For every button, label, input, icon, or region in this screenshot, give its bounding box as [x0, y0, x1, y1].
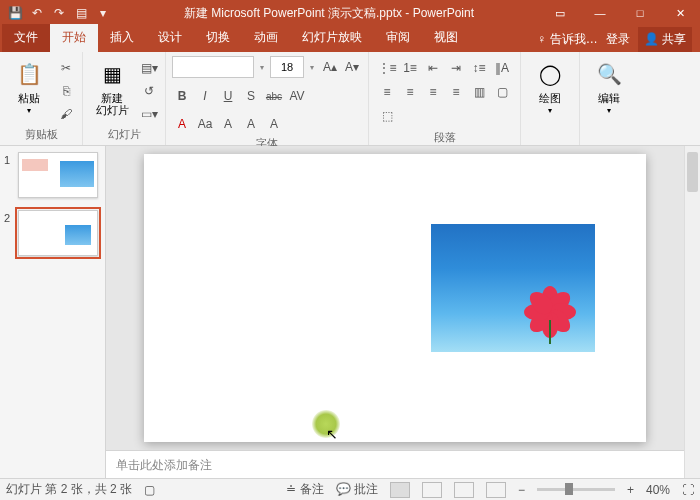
tab-file[interactable]: 文件	[2, 24, 50, 52]
strike-button[interactable]: abc	[264, 86, 284, 106]
save-icon[interactable]: 💾	[6, 4, 24, 22]
thumbnail-1[interactable]: 1	[4, 152, 101, 198]
font-size-grow-icon[interactable]: A	[241, 114, 261, 134]
align-text-icon[interactable]: ▢	[492, 82, 512, 102]
normal-view-icon[interactable]	[390, 482, 410, 498]
fit-to-window-icon[interactable]: ⛶	[682, 483, 694, 497]
notes-pane[interactable]: 单击此处添加备注	[106, 450, 684, 478]
justify-icon[interactable]: ≡	[446, 82, 466, 102]
char-spacing-button[interactable]: AV	[287, 86, 307, 106]
flower-graphic	[523, 284, 577, 338]
drawing-button[interactable]: ◯ 绘图 ▾	[527, 56, 573, 117]
indent-dec-icon[interactable]: ⇤	[423, 58, 443, 78]
scroll-thumb[interactable]	[687, 152, 698, 192]
group-paragraph: ⋮≡ 1≡ ⇤ ⇥ ↕≡ ‖A ≡ ≡ ≡ ≡ ▥ ▢ ⬚ 段落	[369, 52, 521, 145]
increase-font-icon[interactable]: A▴	[320, 57, 340, 77]
title-bar: 💾 ↶ ↷ ▤ ▾ 新建 Microsoft PowerPoint 演示文稿.p…	[0, 0, 700, 26]
reset-icon[interactable]: ↺	[139, 81, 159, 101]
clear-format-icon[interactable]: A	[264, 114, 284, 134]
copy-icon[interactable]: ⎘	[56, 81, 76, 101]
group-font: ▾ 18▾ A▴ A▾ B I U S abc AV A Aa A A A 字体	[166, 52, 369, 145]
line-spacing-icon[interactable]: ↕≡	[469, 58, 489, 78]
zoom-out-icon[interactable]: −	[518, 483, 525, 497]
smartart-icon[interactable]: ⬚	[377, 106, 397, 126]
zoom-level[interactable]: 40%	[646, 483, 670, 497]
underline-button[interactable]: U	[218, 86, 238, 106]
decrease-font-icon[interactable]: A▾	[342, 57, 362, 77]
tab-transitions[interactable]: 切换	[194, 24, 242, 52]
editing-button[interactable]: 🔍 编辑 ▾	[586, 56, 632, 117]
cut-icon[interactable]: ✂	[56, 58, 76, 78]
tab-design[interactable]: 设计	[146, 24, 194, 52]
tellme-search[interactable]: ♀ 告诉我…	[537, 31, 597, 48]
tab-slideshow[interactable]: 幻灯片放映	[290, 24, 374, 52]
font-name-combo[interactable]	[172, 56, 254, 78]
paste-button[interactable]: 📋 粘贴 ▾	[6, 56, 52, 117]
indent-inc-icon[interactable]: ⇥	[446, 58, 466, 78]
slide-canvas-area[interactable]: ↖ 📋 (Ctrl) ▾	[106, 146, 684, 450]
tab-view[interactable]: 视图	[422, 24, 470, 52]
change-case-button[interactable]: Aa	[195, 114, 215, 134]
chevron-down-icon[interactable]: ▾	[306, 63, 318, 72]
font-color-button[interactable]: A	[172, 114, 192, 134]
maximize-button[interactable]: □	[620, 0, 660, 26]
inserted-image[interactable]	[431, 224, 595, 352]
ribbon: 📋 粘贴 ▾ ✂ ⎘ 🖌 剪贴板 ▦ 新建 幻灯片 ▤▾ ↺ ▭▾ 幻灯片	[0, 52, 700, 146]
numbering-icon[interactable]: 1≡	[400, 58, 420, 78]
shadow-button[interactable]: S	[241, 86, 261, 106]
tab-home[interactable]: 开始	[50, 24, 98, 52]
section-icon[interactable]: ▭▾	[139, 104, 159, 124]
new-slide-button[interactable]: ▦ 新建 幻灯片	[89, 56, 135, 118]
start-from-beginning-icon[interactable]: ▤	[72, 4, 90, 22]
find-icon: 🔍	[593, 58, 625, 90]
layout-icon[interactable]: ▤▾	[139, 58, 159, 78]
slide-indicator[interactable]: 幻灯片 第 2 张，共 2 张	[6, 481, 132, 498]
zoom-slider[interactable]	[537, 488, 615, 491]
zoom-in-icon[interactable]: +	[627, 483, 634, 497]
group-editing: 🔍 编辑 ▾	[580, 52, 638, 145]
chevron-down-icon[interactable]: ▾	[256, 63, 268, 72]
bold-button[interactable]: B	[172, 86, 192, 106]
font-size-combo[interactable]: 18	[270, 56, 304, 78]
notes-toggle[interactable]: ≐ 备注	[286, 481, 323, 498]
text-direction-icon[interactable]: ‖A	[492, 58, 512, 78]
clipboard-icon: 📋	[13, 58, 45, 90]
tab-insert[interactable]: 插入	[98, 24, 146, 52]
align-right-icon[interactable]: ≡	[423, 82, 443, 102]
chevron-down-icon: ▾	[27, 106, 31, 115]
ribbon-display-icon[interactable]: ▭	[540, 0, 580, 26]
ribbon-tabs: 文件 开始 插入 设计 切换 动画 幻灯片放映 审阅 视图 ♀ 告诉我… 登录 …	[0, 26, 700, 52]
align-center-icon[interactable]: ≡	[400, 82, 420, 102]
spellcheck-icon[interactable]: ▢	[144, 483, 155, 497]
italic-button[interactable]: I	[195, 86, 215, 106]
tab-animations[interactable]: 动画	[242, 24, 290, 52]
slide[interactable]	[144, 154, 646, 442]
undo-icon[interactable]: ↶	[28, 4, 46, 22]
vertical-scrollbar[interactable]	[684, 146, 700, 478]
window-controls: ▭ — □ ✕	[540, 0, 700, 26]
bullets-icon[interactable]: ⋮≡	[377, 58, 397, 78]
slide-thumbnails-panel: 1 2	[0, 146, 106, 478]
login-link[interactable]: 登录	[606, 31, 630, 48]
group-slides: ▦ 新建 幻灯片 ▤▾ ↺ ▭▾ 幻灯片	[83, 52, 166, 145]
thumbnail-2[interactable]: 2	[4, 210, 101, 256]
window-title: 新建 Microsoft PowerPoint 演示文稿.pptx - Powe…	[118, 5, 540, 22]
columns-icon[interactable]: ▥	[469, 82, 489, 102]
close-button[interactable]: ✕	[660, 0, 700, 26]
qat-more-icon[interactable]: ▾	[94, 4, 112, 22]
highlight-button[interactable]: A	[218, 114, 238, 134]
sorter-view-icon[interactable]	[422, 482, 442, 498]
share-button[interactable]: 👤 共享	[638, 27, 692, 52]
group-clipboard: 📋 粘贴 ▾ ✂ ⎘ 🖌 剪贴板	[0, 52, 83, 145]
reading-view-icon[interactable]	[454, 482, 474, 498]
slideshow-view-icon[interactable]	[486, 482, 506, 498]
minimize-button[interactable]: —	[580, 0, 620, 26]
align-left-icon[interactable]: ≡	[377, 82, 397, 102]
workspace: 1 2	[0, 146, 700, 478]
tab-review[interactable]: 审阅	[374, 24, 422, 52]
quick-access-toolbar: 💾 ↶ ↷ ▤ ▾	[0, 4, 118, 22]
redo-icon[interactable]: ↷	[50, 4, 68, 22]
comments-toggle[interactable]: 💬 批注	[336, 481, 378, 498]
new-slide-icon: ▦	[96, 58, 128, 90]
format-painter-icon[interactable]: 🖌	[56, 104, 76, 124]
